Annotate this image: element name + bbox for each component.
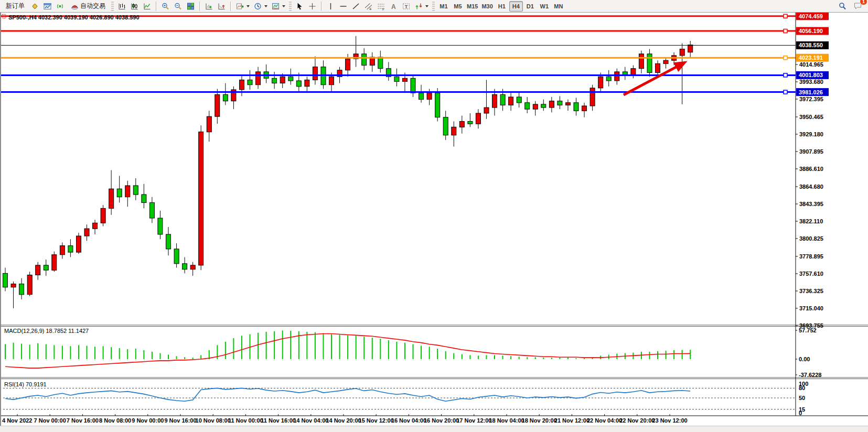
toolbar-separator — [321, 2, 322, 11]
svg-text:A: A — [391, 3, 396, 10]
timeframe-m15-button[interactable]: M15 — [465, 1, 479, 12]
timeframe-h1-button[interactable]: H1 — [495, 1, 509, 12]
toolbar-separator — [230, 2, 231, 11]
cursor-icon — [295, 2, 304, 10]
bar-chart-icon — [117, 2, 126, 10]
indicators-window-icon — [205, 2, 213, 10]
chevron-down-icon — [264, 5, 267, 7]
line-chart-button[interactable] — [141, 1, 153, 12]
svg-text:T: T — [405, 4, 408, 9]
search-icon — [838, 2, 847, 10]
macd-indicator-label: MACD(12,26,9) 18.7852 11.1427 — [4, 328, 89, 334]
fibonacci-icon: F — [377, 2, 385, 10]
clock-icon — [253, 2, 262, 10]
add-indicator-button[interactable] — [234, 1, 251, 12]
crosshair-button[interactable] — [306, 1, 318, 12]
toolbar-separator — [156, 2, 157, 11]
toolbar: 新订单 自动交易 E F A T M1 M5 M15 M30 H1 H4 D1 … — [0, 0, 868, 13]
signal-icon — [56, 2, 65, 10]
horizontal-line-button[interactable] — [337, 1, 349, 12]
trendline-icon — [351, 2, 360, 10]
chart-canvas[interactable]: 4014.9653993.6803972.3953950.4653929.180… — [1, 13, 868, 426]
template-button[interactable] — [270, 1, 287, 12]
line-chart-icon — [143, 2, 152, 10]
timeframe-h4-button[interactable]: H4 — [509, 1, 523, 12]
add-indicator-icon — [235, 2, 244, 10]
timeframe-mn-button[interactable]: MN — [552, 1, 565, 12]
rsi-indicator-label: RSI(14) 70.9191 — [4, 381, 47, 387]
tile-windows-button[interactable] — [185, 1, 197, 12]
data-window-button[interactable] — [41, 1, 53, 12]
toolbar-drag-handle[interactable] — [432, 2, 435, 11]
search-button[interactable] — [837, 1, 849, 12]
periods-button[interactable] — [252, 1, 269, 12]
objects-window-button[interactable] — [216, 1, 228, 12]
text-button[interactable]: A — [388, 1, 400, 12]
toolbar-separator — [199, 2, 200, 11]
new-order-label: 新订单 — [6, 2, 25, 10]
text-icon: A — [389, 2, 398, 10]
price-axis[interactable] — [796, 13, 868, 416]
timeframe-d1-button[interactable]: D1 — [523, 1, 537, 12]
candlestick-chart-button[interactable] — [128, 1, 141, 12]
arrows-button[interactable] — [413, 1, 430, 12]
notification-badge: 1 — [860, 0, 867, 5]
cursor-button[interactable] — [294, 1, 306, 12]
time-axis[interactable] — [1, 416, 796, 427]
new-order-button[interactable]: 新订单 — [2, 1, 28, 12]
candlestick-chart-icon — [130, 2, 139, 10]
timeframe-m5-button[interactable]: M5 — [451, 1, 465, 12]
template-icon — [271, 2, 280, 10]
horizontal-line-icon — [339, 2, 348, 10]
timeframe-w1-button[interactable]: W1 — [538, 1, 551, 12]
zoom-in-icon — [161, 2, 170, 10]
toolbar-drag-handle[interactable] — [111, 2, 114, 11]
chevron-down-icon — [425, 5, 428, 7]
trendline-button[interactable] — [350, 1, 362, 12]
chevron-down-icon — [282, 5, 285, 7]
signal-button[interactable] — [54, 1, 66, 12]
timeframe-m1-button[interactable]: M1 — [437, 1, 451, 12]
equidistant-channel-icon: E — [364, 2, 373, 10]
chevron-down-icon — [247, 5, 250, 7]
fibonacci-button[interactable]: F — [375, 1, 387, 12]
autotrading-label: 自动交易 — [80, 2, 105, 10]
tile-windows-icon — [186, 2, 195, 10]
chart-window: 4014.9653993.6803972.3953950.4653929.180… — [0, 13, 868, 426]
text-label-button[interactable]: T — [400, 1, 412, 12]
crosshair-icon — [308, 2, 317, 10]
vertical-line-icon — [326, 2, 335, 10]
svg-text:E: E — [370, 7, 372, 10]
equidistant-channel-button[interactable]: E — [362, 1, 374, 12]
zoom-out-icon — [174, 2, 183, 10]
autotrading-icon — [70, 2, 79, 10]
toolbar-drag-handle[interactable] — [289, 2, 292, 11]
autotrading-button[interactable]: 自动交易 — [67, 1, 109, 12]
chart-title: SP500-,H4 4032.390 4039.190 4026.890 403… — [8, 14, 140, 20]
objects-window-icon — [217, 2, 226, 10]
text-label-icon: T — [402, 2, 411, 10]
svg-text:F: F — [382, 7, 384, 10]
zoom-in-button[interactable] — [159, 1, 172, 12]
arrows-icon — [414, 2, 423, 10]
market-watch-icon — [30, 2, 39, 10]
data-window-icon — [43, 2, 52, 10]
vertical-line-button[interactable] — [325, 1, 337, 12]
zoom-out-button[interactable] — [172, 1, 184, 12]
market-watch-button[interactable] — [29, 1, 41, 12]
indicators-window-button[interactable] — [203, 1, 215, 12]
bar-chart-button[interactable] — [116, 1, 128, 12]
timeframe-m30-button[interactable]: M30 — [480, 1, 494, 12]
